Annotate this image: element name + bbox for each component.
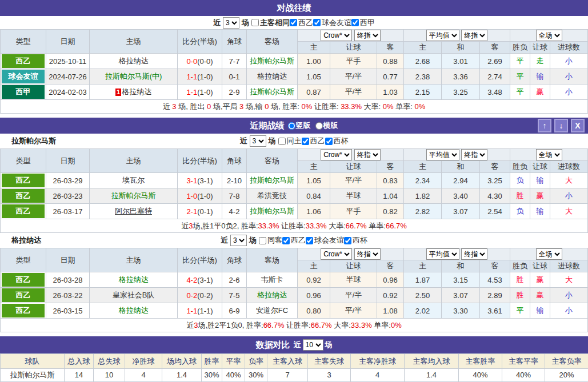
avg-draw: 3.30: [442, 303, 480, 319]
cmp-header-ha-draw-rate: 主客平率: [502, 354, 545, 369]
home-team-link[interactable]: 格拉纳达: [119, 57, 149, 65]
checkbox-球会友谊[interactable]: 球会友谊: [306, 235, 344, 246]
layout-horizontal-radio[interactable]: 横版: [315, 120, 338, 131]
match-date: 26-03-29: [46, 173, 90, 188]
avg-final-select[interactable]: 终指: [461, 149, 487, 160]
checkbox-input[interactable]: [278, 138, 286, 145]
checkbox-input[interactable]: [251, 19, 259, 26]
teamA-header: 拉斯帕尔马斯 近 3 场 同主西乙西杯: [0, 134, 588, 148]
result-text: 大: [565, 176, 573, 184]
match-type-cell: 西乙: [1, 188, 46, 204]
checkbox-西乙[interactable]: 西乙: [282, 235, 306, 246]
result-goals: 大: [550, 204, 588, 219]
odds-company-select[interactable]: Crow*: [321, 149, 352, 160]
avg-home: 2.02: [404, 303, 442, 319]
fulltime-score: 3-1: [186, 176, 197, 185]
checkbox-input[interactable]: [259, 237, 266, 244]
corner-cell: 2-10: [222, 173, 247, 188]
checkbox-input[interactable]: [351, 19, 359, 26]
checkbox-球会友谊[interactable]: 球会友谊: [313, 18, 351, 28]
score-cell: 1-0(1-0): [178, 188, 222, 204]
away-team-link[interactable]: 安道尔FC: [256, 306, 288, 315]
odds-final-select[interactable]: 终指: [354, 30, 381, 41]
team-name-link[interactable]: 拉斯帕尔马斯: [1, 369, 65, 381]
col-header-winlose: 胜负: [510, 260, 530, 272]
match-date: 26-03-17: [46, 204, 90, 219]
checkbox-主客相同[interactable]: 主客相同: [251, 18, 290, 28]
away-team-link[interactable]: 拉斯帕尔马斯: [250, 57, 294, 65]
cmp-header-ha-goals-for: 主客入球: [267, 354, 308, 369]
away-team-link[interactable]: 拉斯帕尔马斯: [250, 176, 294, 184]
avg-odds-select[interactable]: 平均值: [426, 149, 459, 160]
home-team-link[interactable]: 拉斯帕尔马斯: [111, 191, 156, 200]
recent-title-bar: 近期战绩 竖版 横版 ↑ ↓ X: [0, 118, 588, 134]
away-team-cell: 拉斯帕尔马斯: [247, 204, 298, 219]
odds-final-select[interactable]: 终指: [354, 149, 381, 160]
avg-away: 2.69: [480, 54, 510, 69]
checkbox-label: 西杯: [334, 136, 349, 146]
avg-odds-select[interactable]: 平均值: [426, 248, 459, 260]
home-team-link[interactable]: 阿尔巴塞特: [115, 207, 152, 215]
comparison-table: 球队 总入球 总失球 净胜球 场均入球 胜率 平率 负率 主客入球 主客失球 主…: [0, 353, 588, 382]
odds-company-select[interactable]: Crow*: [321, 30, 352, 41]
checkbox-input[interactable]: [290, 19, 297, 26]
move-up-button[interactable]: ↑: [538, 119, 551, 132]
odds-final-select[interactable]: 终指: [354, 248, 381, 260]
home-team-cell: 埃瓦尔: [90, 173, 178, 188]
layout-vertical-radio[interactable]: 竖版: [288, 120, 311, 131]
fulltime-score: 4-2: [186, 276, 197, 284]
away-team-link[interactable]: 拉斯帕尔马斯: [250, 87, 294, 96]
away-team-link[interactable]: 拉斯帕尔马斯: [250, 207, 294, 215]
checkbox-input[interactable]: [344, 237, 351, 244]
checkbox-西杯[interactable]: 西杯: [325, 136, 349, 146]
away-team-link[interactable]: 希洪竞技: [257, 191, 287, 200]
h2h-filter-row: 近 3 场 主客相同西乙球会友谊西甲: [0, 16, 588, 29]
avg-final-select[interactable]: 终指: [461, 248, 487, 260]
teamA-count-select[interactable]: 3: [250, 135, 266, 147]
fulltime-select[interactable]: 全场: [536, 248, 562, 260]
home-team-link[interactable]: 格拉纳达: [119, 275, 149, 284]
away-team-link[interactable]: 格拉纳达: [257, 72, 287, 81]
teamB-count-select[interactable]: 3: [230, 235, 247, 246]
odds-away: 1.03: [377, 85, 404, 100]
away-team-cell: 拉斯帕尔马斯: [247, 85, 298, 100]
odds-company-select[interactable]: Crow*: [321, 248, 352, 260]
home-team-link[interactable]: 格拉纳达: [119, 306, 149, 315]
checkbox-同主[interactable]: 同主: [278, 136, 302, 146]
h2h-count-select[interactable]: 3: [223, 17, 239, 29]
home-team-link[interactable]: 皇家社会B队: [113, 291, 155, 299]
checkbox-同客[interactable]: 同客: [259, 235, 282, 246]
halftime-score: (0-1): [197, 207, 213, 216]
checkbox-input[interactable]: [306, 237, 313, 244]
checkbox-input[interactable]: [282, 237, 290, 244]
comparison-count-select[interactable]: 10: [303, 339, 323, 351]
checkbox-input[interactable]: [302, 138, 309, 145]
home-team-link[interactable]: 拉斯帕尔马斯(中): [105, 72, 162, 81]
checkbox-西乙[interactable]: 西乙: [290, 18, 313, 28]
checkbox-label: 西杯: [353, 235, 367, 246]
odds-away: 1.04: [377, 188, 404, 204]
away-team-link[interactable]: 格拉纳达: [257, 291, 287, 299]
teamB-league-checkboxes: 同客西乙球会友谊西杯: [259, 235, 367, 246]
checkbox-input[interactable]: [313, 19, 321, 26]
move-down-button[interactable]: ↓: [554, 119, 568, 132]
checkbox-input[interactable]: [325, 138, 333, 145]
teamB-filter: 近 3 场 同客西乙球会友谊西杯: [221, 234, 367, 247]
home-team-link[interactable]: 埃瓦尔: [122, 176, 145, 184]
result-handicap: 输: [530, 303, 550, 319]
close-button[interactable]: X: [571, 119, 585, 132]
away-team-link[interactable]: 韦斯卡: [261, 275, 283, 284]
avg-home: 1.87: [404, 272, 442, 288]
away-team-cell: 希洪竞技: [247, 188, 298, 204]
col-header-home: 主场: [90, 30, 178, 54]
cmp-header-win-rate: 胜率: [202, 354, 222, 369]
checkbox-西乙[interactable]: 西乙: [302, 136, 325, 146]
avg-odds-select[interactable]: 平均值: [426, 30, 459, 41]
halftime-score: (3-1): [197, 276, 213, 284]
avg-final-select[interactable]: 终指: [461, 30, 487, 41]
checkbox-西杯[interactable]: 西杯: [344, 235, 367, 246]
fulltime-select[interactable]: 全场: [536, 30, 562, 41]
home-team-link[interactable]: 格拉纳达: [122, 87, 151, 96]
checkbox-西甲[interactable]: 西甲: [351, 18, 375, 28]
fulltime-select[interactable]: 全场: [536, 149, 562, 160]
